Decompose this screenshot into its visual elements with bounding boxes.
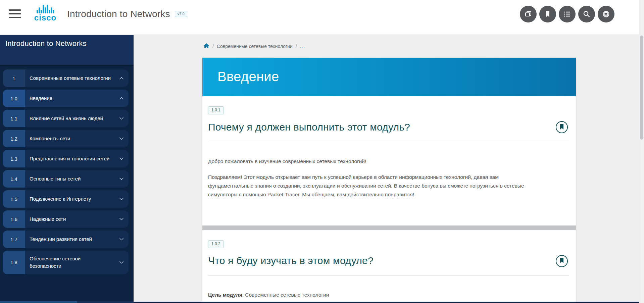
sidebar-nav-item[interactable]: 1.3 Представления и топологии сетей — [3, 150, 129, 167]
bookmark-section-button[interactable] — [556, 121, 568, 133]
bookmark-icon — [559, 124, 564, 131]
sidebar-nav-item[interactable]: 1.4 Основные типы сетей — [3, 170, 129, 188]
main-content: / Современные сетевые технологии / ... В… — [134, 35, 639, 303]
paragraph: Поздравляем! Этот модуль открывает вам п… — [208, 173, 534, 199]
pages-icon — [524, 10, 533, 18]
breadcrumb-ellipsis[interactable]: ... — [300, 44, 305, 49]
table-of-contents-button[interactable] — [559, 6, 576, 22]
nav-item-number: 1.5 — [3, 190, 25, 208]
nav-item-label: Основные типы сетей — [25, 171, 114, 187]
sidebar: Introduction to Networks 1 Современные с… — [0, 35, 134, 303]
bookmark-section-button[interactable] — [556, 255, 568, 267]
nav-item-number: 1.0 — [3, 90, 25, 107]
chevron-down-icon — [114, 155, 129, 162]
chevron-up-icon — [114, 75, 129, 82]
header: cisco Introduction to Networks v7.0 — [0, 0, 644, 35]
section-heading: Почему я должен выполнить этот модуль? — [208, 121, 569, 133]
chevron-down-icon — [114, 216, 129, 222]
chevron-down-icon — [114, 236, 129, 243]
sidebar-nav-item[interactable]: 1.1 Влияние сетей на жизнь людей — [3, 110, 129, 127]
section-separator-bar — [202, 225, 576, 230]
nav-item-number: 1.2 — [3, 130, 25, 147]
version-badge: v7.0 — [175, 11, 187, 17]
bookmarks-button[interactable] — [539, 6, 556, 22]
search-icon — [582, 10, 591, 18]
sidebar-nav-item[interactable]: 1.0 Введение — [3, 90, 129, 107]
cisco-logo-bars — [36, 5, 55, 13]
nav-item-label: Тенденции развития сетей — [25, 231, 114, 247]
app-root: cisco Introduction to Networks v7.0 — [0, 0, 644, 303]
breadcrumb-module-link[interactable]: Современные сетевые технологии — [217, 44, 293, 49]
nav-item-number: 1.7 — [3, 231, 25, 248]
globe-icon — [602, 10, 610, 18]
section-number-badge: 1.0.1 — [208, 106, 224, 114]
sidebar-header: Introduction to Networks — [0, 35, 134, 66]
list-icon — [563, 10, 572, 18]
bookmark-icon — [543, 10, 552, 18]
sidebar-nav-item[interactable]: 1.7 Тенденции развития сетей — [3, 231, 129, 248]
chevron-down-icon — [114, 196, 129, 202]
chevron-down-icon — [114, 115, 129, 122]
nav-item-label: Влияние сетей на жизнь людей — [25, 110, 114, 127]
page-bottom-strip — [134, 302, 639, 303]
sidebar-nav-item[interactable]: 1.5 Подключение к Интернету — [3, 190, 129, 208]
sidebar-nav-item[interactable]: 1.6 Надежные сети — [3, 210, 129, 228]
chevron-down-icon — [114, 259, 129, 266]
chevron-down-icon — [114, 135, 129, 142]
nav-item-label: Обеспечение сетевой безопасности — [25, 251, 114, 274]
course-nav: 1 Современные сетевые технологии 1.0 Вве… — [0, 66, 134, 274]
pages-button[interactable] — [520, 6, 537, 22]
sidebar-nav-item[interactable]: 1.8 Обеспечение сетевой безопасности — [3, 251, 129, 274]
hamburger-menu-button[interactable] — [9, 9, 21, 19]
nav-item-number: 1.3 — [3, 150, 25, 167]
home-icon — [203, 43, 209, 50]
content-section: 1.0.1 Почему я должен выполнить этот мод… — [202, 96, 576, 225]
nav-item-number: 1 — [3, 69, 25, 87]
breadcrumb-separator: / — [296, 44, 297, 49]
cisco-logo-text: cisco — [34, 14, 56, 22]
scrollbar-thumb[interactable] — [640, 36, 643, 140]
paragraph: Цель модуля: Современные сетевые техноло… — [208, 291, 534, 299]
sidebar-bottom-strip — [0, 301, 134, 303]
section-divider-line — [208, 275, 569, 276]
section-divider-line — [208, 142, 569, 142]
section-body: Цель модуля: Современные сетевые техноло… — [208, 291, 569, 299]
section-banner: Введение — [202, 58, 576, 96]
course-title: Introduction to Networks — [67, 9, 170, 19]
search-button[interactable] — [578, 6, 595, 22]
breadcrumb-separator: / — [212, 44, 214, 49]
nav-item-number: 1.4 — [3, 170, 25, 188]
sidebar-course-title: Introduction to Networks — [5, 39, 128, 48]
nav-item-label: Введение — [25, 90, 114, 106]
hamburger-bar — [9, 13, 21, 14]
nav-item-label: Надежные сети — [25, 211, 114, 227]
breadcrumb-home[interactable] — [203, 43, 209, 50]
cisco-logo: cisco — [31, 5, 60, 22]
nav-item-number: 1.1 — [3, 110, 25, 127]
chevron-down-icon — [114, 175, 129, 182]
chevron-up-icon — [114, 95, 129, 102]
nav-item-label: Представления и топологии сетей — [25, 151, 114, 167]
paragraph: Добро пожаловать в изучение современных … — [208, 157, 534, 166]
nav-item-number: 1.6 — [3, 210, 25, 228]
language-button[interactable] — [598, 6, 614, 22]
sidebar-nav-item[interactable]: 1.2 Компоненты сети — [3, 130, 129, 147]
nav-item-number: 1.8 — [3, 251, 25, 274]
sections-container: 1.0.1 Почему я должен выполнить этот мод… — [202, 96, 576, 303]
banner-title: Введение — [202, 58, 576, 84]
section-number-badge: 1.0.2 — [208, 240, 224, 248]
hamburger-bar — [9, 17, 21, 18]
sidebar-nav-item[interactable]: 1 Современные сетевые технологии — [3, 69, 129, 87]
page-scrollbar[interactable] — [639, 0, 644, 303]
content-card: Введение 1.0.1 Почему я должен выполнить… — [202, 58, 576, 303]
hamburger-bar — [9, 9, 21, 11]
nav-item-label: Современные сетевые технологии — [25, 70, 114, 86]
section-heading: Что я буду изучать в этом модуле? — [208, 255, 569, 266]
header-actions — [520, 6, 614, 22]
nav-item-label: Подключение к Интернету — [25, 191, 114, 207]
content-section: 1.0.2 Что я буду изучать в этом модуле? … — [202, 230, 576, 303]
section-body: Добро пожаловать в изучение современных … — [208, 157, 569, 199]
bookmark-icon — [559, 258, 564, 264]
breadcrumb: / Современные сетевые технологии / ... — [134, 35, 639, 58]
nav-item-label: Компоненты сети — [25, 131, 114, 147]
